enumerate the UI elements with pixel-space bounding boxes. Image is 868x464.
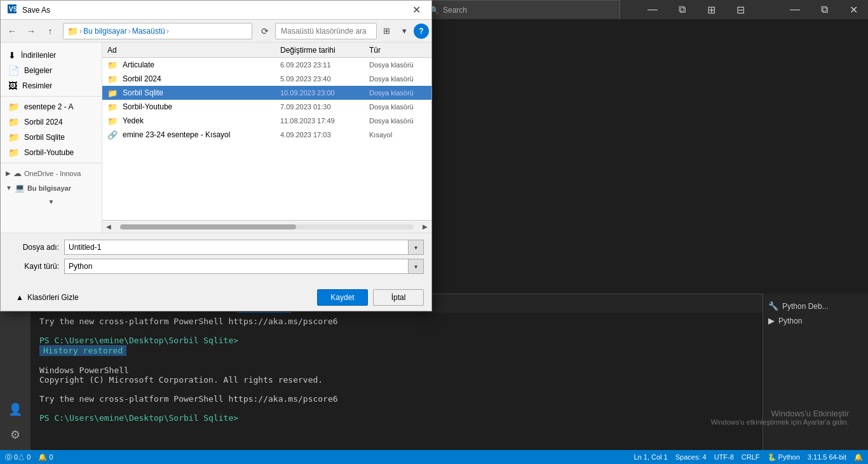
breadcrumb-desktop[interactable]: Masaüstü bbox=[132, 27, 165, 36]
nav-item-label-documents: Belgeler bbox=[24, 66, 52, 75]
view-dropdown-button[interactable]: ▾ bbox=[396, 23, 412, 39]
nav-item-sorbilyoutube[interactable]: 📁 Sorbil-Youtube bbox=[1, 145, 102, 160]
vscode-minimize-button[interactable]: — bbox=[780, 0, 810, 19]
filename-dropdown-button[interactable]: ▾ bbox=[409, 240, 424, 255]
svg-text:VS: VS bbox=[9, 6, 17, 13]
status-bell[interactable]: 🔔 bbox=[854, 453, 863, 461]
nav-item-label-pictures: Resimler bbox=[22, 81, 52, 90]
terminal-line-8 bbox=[39, 385, 784, 394]
nav-item-documents[interactable]: 📄 Belgeler bbox=[1, 63, 102, 78]
scroll-down-icon: ▼ bbox=[48, 198, 55, 205]
file-name-emine: emine 23-24 esentepe - Kısayol bbox=[123, 130, 280, 139]
status-line-ending[interactable]: CRLF bbox=[742, 453, 760, 461]
help-button[interactable]: ? bbox=[414, 24, 429, 39]
nav-scroll-down[interactable]: ▼ bbox=[1, 195, 102, 208]
sidebar-account-icon[interactable]: 👤 bbox=[4, 398, 27, 421]
nav-group-onedrive-label: OneDrive - Innova bbox=[24, 170, 81, 177]
debug-item-2[interactable]: ▶ Python bbox=[768, 313, 863, 328]
file-type-yedek: Dosya klasörü bbox=[369, 117, 426, 125]
file-row-emine[interactable]: 🔗 emine 23-24 esentepe - Kısayol 4.09.20… bbox=[102, 128, 431, 142]
search-field[interactable] bbox=[275, 23, 377, 39]
nav-item-sorbilsqlite[interactable]: 📁 Sorbil Sqlite bbox=[1, 130, 102, 145]
file-row-sorbilsqlite[interactable]: 📁 Sorbil Sqlite 10.09.2023 23:00 Dosya k… bbox=[102, 86, 431, 100]
nav-item-pictures[interactable]: 🖼 Resimler bbox=[1, 78, 102, 93]
file-date-yedek: 11.08.2023 17:49 bbox=[280, 117, 369, 125]
file-date-sorbilsqlite: 10.09.2023 23:00 bbox=[280, 89, 369, 97]
status-notifications[interactable]: 🔔 0 bbox=[38, 453, 53, 461]
file-row-yedek[interactable]: 📁 Yedek 11.08.2023 17:49 Dosya klasörü bbox=[102, 114, 431, 128]
filetype-dropdown-button[interactable]: ▾ bbox=[409, 259, 424, 274]
run-icon: ▶ bbox=[768, 316, 775, 325]
nav-group-thispc[interactable]: ▼ 💻 Bu bilgisayar bbox=[1, 181, 102, 195]
file-date-articulate: 6.09.2023 23:11 bbox=[280, 61, 369, 69]
debug-item-1[interactable]: 🔧 Python Deb... bbox=[768, 299, 863, 313]
minimize-button[interactable]: — bbox=[638, 0, 667, 19]
vscode-search-bar[interactable]: 🔍 Search bbox=[424, 0, 620, 20]
sidebar-settings-icon[interactable]: ⚙ bbox=[4, 423, 27, 446]
status-python-version[interactable]: 3.11.5 64-bit bbox=[808, 453, 846, 461]
file-type-sorbil2024: Dosya klasörü bbox=[369, 75, 426, 83]
nav-item-label-sorbilyoutube: Sorbil-Youtube bbox=[24, 148, 74, 157]
file-name-yedek: Yedek bbox=[123, 116, 280, 125]
cancel-button[interactable]: İptal bbox=[373, 289, 424, 306]
folders-toggle-button[interactable]: ▲ Klasörleri Gizle bbox=[8, 293, 86, 302]
save-button[interactable]: Kaydet bbox=[317, 289, 368, 306]
nav-item-esentepe[interactable]: 📁 esentepe 2 - A bbox=[1, 99, 102, 114]
file-row-articulate[interactable]: 📁 Articulate 6.09.2023 23:11 Dosya klasö… bbox=[102, 58, 431, 72]
nav-item-sorbil2024[interactable]: 📁 Sorbil 2024 bbox=[1, 114, 102, 130]
vscode-maximize-button[interactable]: ⧉ bbox=[810, 0, 839, 19]
terminal-line-9: Try the new cross-platform PowerShell ht… bbox=[39, 394, 784, 404]
dialog-toolbar: ← → ↑ 📁 › Bu bilgisayar › Masaüstü › ⟳ ⊞… bbox=[1, 20, 431, 43]
refresh-button[interactable]: ⟳ bbox=[256, 23, 274, 39]
file-type-emine: Kısayol bbox=[369, 131, 426, 139]
scroll-track[interactable] bbox=[120, 224, 414, 229]
nav-group-onedrive[interactable]: ▶ ☁ OneDrive - Innova bbox=[1, 166, 102, 181]
file-row-sorbilyoutube[interactable]: 📁 Sorbil-Youtube 7.09.2023 01:30 Dosya k… bbox=[102, 100, 431, 114]
scroll-left-button[interactable]: ◀ bbox=[102, 221, 115, 233]
win-activate-line1: Windows'u Etkinleştir bbox=[711, 409, 849, 418]
status-language[interactable]: 🐍 Python bbox=[768, 453, 800, 461]
scroll-thumb[interactable] bbox=[120, 224, 296, 229]
sorbilyoutube-icon: 📁 bbox=[8, 147, 19, 158]
folder-icon-yedek: 📁 bbox=[107, 116, 118, 126]
scroll-right-button[interactable]: ▶ bbox=[419, 221, 431, 233]
sorbil2024-icon: 📁 bbox=[8, 117, 19, 127]
up-button[interactable]: ↑ bbox=[41, 23, 59, 39]
folder-icon-sorbilyoutube: 📁 bbox=[107, 102, 118, 112]
file-name-sorbilsqlite: Sorbil Sqlite bbox=[123, 88, 280, 97]
column-date[interactable]: Değiştirme tarihi bbox=[280, 46, 369, 55]
back-button[interactable]: ← bbox=[3, 23, 21, 39]
file-type-sorbilsqlite: Dosya klasörü bbox=[369, 89, 426, 97]
thispc-icon: 💻 bbox=[15, 183, 25, 193]
dialog-bottom: Dosya adı: ▾ Kayıt türü: ▾ bbox=[1, 233, 431, 284]
nav-item-label-sorbilsqlite: Sorbil Sqlite bbox=[24, 133, 65, 142]
dialog-close-button[interactable]: ✕ bbox=[407, 1, 425, 19]
status-encoding[interactable]: UTF-8 bbox=[714, 453, 734, 461]
view-change-button[interactable]: ⊞ bbox=[378, 23, 395, 39]
dialog-title-text: Save As bbox=[22, 6, 407, 15]
filetype-input[interactable] bbox=[64, 259, 409, 274]
terminal-line-1: Try the new cross-platform PowerShell ht… bbox=[39, 317, 784, 326]
nav-item-downloads[interactable]: ⬇ İndirilenler bbox=[1, 48, 102, 63]
debug-item-label-2: Python bbox=[778, 317, 802, 325]
onedrive-cloud-icon: ☁ bbox=[13, 168, 22, 178]
filename-input[interactable] bbox=[64, 240, 409, 255]
windows-activation: Windows'u Etkinleştir Windows'u etkinleş… bbox=[711, 409, 849, 426]
status-errors[interactable]: ⓪ 0△ 0 bbox=[5, 453, 31, 462]
status-position[interactable]: Ln 1, Col 1 bbox=[634, 453, 668, 461]
scroll-bar[interactable]: ◀ ▶ bbox=[102, 220, 431, 233]
forward-button[interactable]: → bbox=[22, 23, 40, 39]
status-spaces[interactable]: Spaces: 4 bbox=[675, 453, 707, 461]
column-type[interactable]: Tür bbox=[369, 46, 426, 55]
tile-button[interactable]: ⊞ bbox=[696, 0, 726, 19]
filetype-input-container: ▾ bbox=[64, 259, 424, 274]
breadcrumb-computer[interactable]: Bu bilgisayar bbox=[83, 27, 127, 36]
file-row-sorbil2024[interactable]: 📁 Sorbil 2024 5.09.2023 23:40 Dosya klas… bbox=[102, 72, 431, 86]
vscode-close-button[interactable]: ✕ bbox=[839, 0, 868, 19]
downloads-icon: ⬇ bbox=[8, 50, 16, 60]
column-name[interactable]: Ad bbox=[107, 46, 280, 55]
file-date-emine: 4.09.2023 17:03 bbox=[280, 131, 369, 139]
restore-button[interactable]: ⧉ bbox=[667, 0, 696, 19]
layout-button[interactable]: ⊟ bbox=[726, 0, 755, 19]
column-header: Ad Değiştirme tarihi Tür bbox=[102, 43, 431, 58]
